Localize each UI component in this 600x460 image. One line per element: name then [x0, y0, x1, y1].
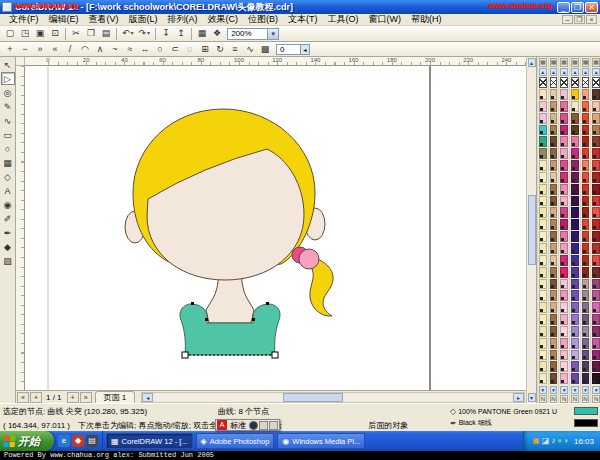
palette-expand-button[interactable]: N [582, 395, 590, 403]
join-two-nodes-button[interactable]: » [33, 43, 47, 56]
color-swatch[interactable] [571, 148, 579, 159]
palette-grid-icon[interactable]: ▦ [571, 58, 579, 67]
rotate-nodes-button[interactable]: ↻ [213, 43, 227, 56]
taskbar-task-button[interactable]: ▦CorelDRAW 12 - [... [106, 433, 193, 449]
outline-tool[interactable]: ✒ [1, 226, 15, 239]
color-swatch[interactable] [592, 172, 600, 183]
horizontal-ruler[interactable]: 020406080100120140160180200220240 [25, 57, 526, 66]
color-swatch[interactable] [550, 148, 558, 159]
undo-button[interactable]: ↶▾ [120, 27, 136, 40]
color-swatch[interactable] [582, 314, 590, 325]
color-swatch[interactable] [560, 267, 568, 278]
color-swatch[interactable] [539, 338, 547, 349]
scroll-down-arrow[interactable]: ▾ [528, 393, 536, 402]
color-swatch[interactable] [560, 243, 568, 254]
menu-help[interactable]: 帮助(H) [406, 13, 447, 26]
rectangle-tool[interactable]: ▭ [1, 128, 15, 141]
extend-curve-to-close-button[interactable]: ○ [153, 43, 167, 56]
taskbar-task-button[interactable]: ◈Adobe Photoshop [196, 433, 275, 449]
color-swatch[interactable] [571, 136, 579, 147]
basic-shapes-tool[interactable]: ◇ [1, 170, 15, 183]
vertical-scroll-thumb[interactable] [528, 195, 536, 265]
color-swatch[interactable] [571, 314, 579, 325]
color-swatch[interactable] [560, 314, 568, 325]
tray-app-blue-icon[interactable]: ◗ [564, 435, 569, 447]
shape-tool[interactable]: ▷ [1, 72, 15, 85]
color-swatch[interactable] [560, 89, 568, 100]
color-swatch[interactable] [571, 361, 579, 372]
dropdown-caret-icon[interactable]: ▾ [131, 28, 134, 39]
menu-window[interactable]: 窗口(W) [364, 13, 407, 26]
color-swatch[interactable] [539, 267, 547, 278]
no-color-swatch[interactable] [539, 77, 547, 88]
reverse-curve-direction-button[interactable]: ↔ [138, 43, 152, 56]
color-swatch[interactable] [550, 207, 558, 218]
color-swatch[interactable] [592, 148, 600, 159]
import-button[interactable]: ↧ [159, 27, 173, 40]
color-swatch[interactable] [592, 125, 600, 136]
color-swatch[interactable] [592, 314, 600, 325]
color-swatch[interactable] [571, 207, 579, 218]
palette-grid-icon[interactable]: ▦ [582, 58, 590, 67]
color-swatch[interactable] [550, 326, 558, 337]
color-swatch[interactable] [539, 89, 547, 100]
color-swatch[interactable] [560, 279, 568, 290]
node-handle-right[interactable] [272, 352, 278, 358]
scroll-up-arrow[interactable]: ▴ [528, 58, 536, 67]
color-swatch[interactable] [550, 373, 558, 384]
color-swatch[interactable] [560, 148, 568, 159]
palette-scroll-down[interactable]: ▼ [539, 386, 547, 394]
color-swatch[interactable] [539, 196, 547, 207]
node-dot[interactable] [252, 318, 255, 321]
menu-text[interactable]: 文本(T) [283, 13, 323, 26]
palette-scroll-up[interactable]: ▲ [539, 68, 547, 76]
color-swatch[interactable] [582, 101, 590, 112]
color-swatch[interactable] [582, 267, 590, 278]
color-swatch[interactable] [571, 373, 579, 384]
page-tab[interactable]: 页面 1 [95, 391, 136, 403]
color-swatch[interactable] [550, 302, 558, 313]
quicklaunch-media-icon[interactable]: ◆ [72, 435, 84, 447]
delete-node-button[interactable]: − [18, 43, 32, 56]
ime-softkeyboard-icon[interactable] [269, 421, 278, 430]
color-swatch[interactable] [592, 184, 600, 195]
color-swatch[interactable] [582, 160, 590, 171]
ime-fullhalf-icon[interactable] [249, 421, 258, 430]
color-swatch[interactable] [539, 326, 547, 337]
color-swatch[interactable] [592, 89, 600, 100]
color-swatch[interactable] [592, 160, 600, 171]
color-swatch[interactable] [550, 219, 558, 230]
color-swatch[interactable] [571, 231, 579, 242]
text-tool[interactable]: A [1, 184, 15, 197]
slider-arrow-icon[interactable]: ◂ [300, 45, 309, 54]
export-button[interactable]: ↥ [174, 27, 188, 40]
menu-effects[interactable]: 效果(C) [203, 13, 244, 26]
menu-layout[interactable]: 版面(L) [124, 13, 163, 26]
interactive-fill-tool[interactable]: ▨ [1, 254, 15, 267]
palette-scroll-down[interactable]: ▼ [560, 386, 568, 394]
color-swatch[interactable] [571, 290, 579, 301]
color-swatch[interactable] [571, 89, 579, 100]
color-swatch[interactable] [550, 184, 558, 195]
color-swatch[interactable] [550, 279, 558, 290]
color-swatch[interactable] [582, 361, 590, 372]
color-swatch[interactable] [539, 231, 547, 242]
color-swatch[interactable] [560, 207, 568, 218]
color-swatch[interactable] [560, 196, 568, 207]
color-swatch[interactable] [539, 172, 547, 183]
color-swatch[interactable] [539, 373, 547, 384]
node-dot[interactable] [191, 302, 194, 305]
color-swatch[interactable] [582, 255, 590, 266]
zoom-tool[interactable]: ◎ [1, 86, 15, 99]
graph-paper-tool[interactable]: ▦ [1, 156, 15, 169]
palette-scroll-up[interactable]: ▲ [550, 68, 558, 76]
color-swatch[interactable] [539, 160, 547, 171]
color-swatch[interactable] [582, 302, 590, 313]
color-swatch[interactable] [582, 219, 590, 230]
color-swatch[interactable] [582, 290, 590, 301]
copy-button[interactable]: ❐ [84, 27, 98, 40]
color-swatch[interactable] [560, 290, 568, 301]
menu-arrange[interactable]: 排列(A) [163, 13, 203, 26]
color-swatch[interactable] [571, 267, 579, 278]
color-swatch[interactable] [550, 338, 558, 349]
